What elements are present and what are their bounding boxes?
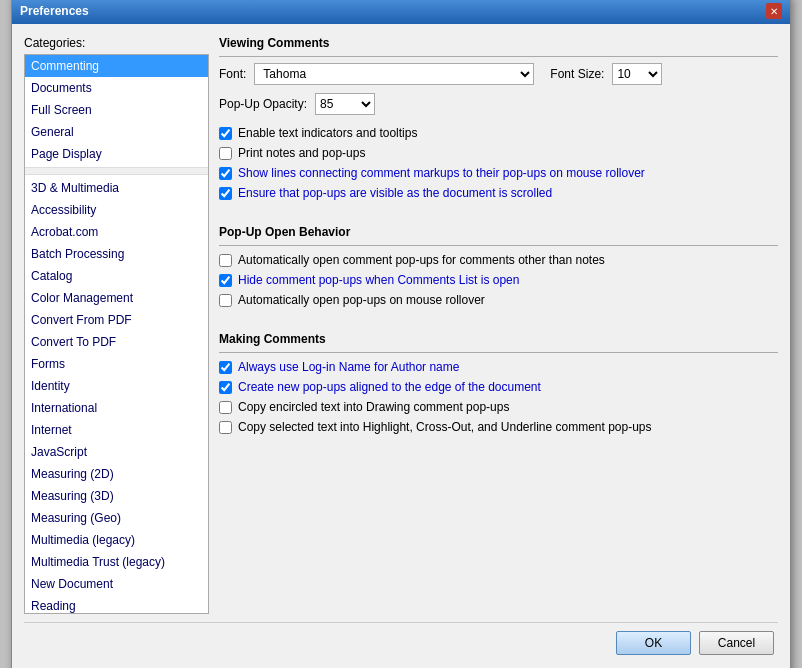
checkbox-autoopen-label: Automatically open comment pop-ups for c… xyxy=(238,253,605,267)
checkbox-tooltips-label: Enable text indicators and tooltips xyxy=(238,126,417,140)
window-body: Categories: Commenting Documents Full Sc… xyxy=(12,24,790,668)
checkbox-row-ensurepopups: Ensure that pop-ups are visible as the d… xyxy=(219,185,778,201)
sidebar-item-color[interactable]: Color Management xyxy=(25,287,208,309)
font-row: Font: Tahoma Arial Times New Roman Font … xyxy=(219,63,778,85)
ok-button[interactable]: OK xyxy=(616,631,691,655)
checkbox-copyselected-label: Copy selected text into Highlight, Cross… xyxy=(238,420,652,434)
checkbox-row-copyencircled: Copy encircled text into Drawing comment… xyxy=(219,399,778,415)
content-area: Categories: Commenting Documents Full Sc… xyxy=(24,36,778,614)
making-comments-section: Making Comments Always use Log-in Name f… xyxy=(219,332,778,439)
sidebar-item-internet[interactable]: Internet xyxy=(25,419,208,441)
checkbox-autorollover[interactable] xyxy=(219,294,232,307)
opacity-row: Pop-Up Opacity: 85 100 75 xyxy=(219,93,778,115)
sidebar-item-general[interactable]: General xyxy=(25,121,208,143)
popup-opacity-select[interactable]: 85 100 75 xyxy=(315,93,375,115)
sidebar-label: Categories: xyxy=(24,36,209,50)
making-comments-title: Making Comments xyxy=(219,332,778,346)
sidebar-item-3d[interactable]: 3D & Multimedia xyxy=(25,177,208,199)
checkbox-copyselected[interactable] xyxy=(219,421,232,434)
checkbox-printnotes-label: Print notes and pop-ups xyxy=(238,146,365,160)
bottom-bar: OK Cancel xyxy=(24,622,778,659)
cancel-button[interactable]: Cancel xyxy=(699,631,774,655)
sidebar-item-accessibility[interactable]: Accessibility xyxy=(25,199,208,221)
viewing-comments-divider xyxy=(219,56,778,57)
checkbox-row-hidecomments: Hide comment pop-ups when Comments List … xyxy=(219,272,778,288)
checkbox-ensurepopups-label: Ensure that pop-ups are visible as the d… xyxy=(238,186,552,200)
font-select[interactable]: Tahoma Arial Times New Roman xyxy=(254,63,534,85)
viewing-comments-section: Viewing Comments Font: Tahoma Arial Time… xyxy=(219,36,778,205)
sidebar-item-catalog[interactable]: Catalog xyxy=(25,265,208,287)
checkbox-copyencircled[interactable] xyxy=(219,401,232,414)
checkbox-hidecomments-label: Hide comment pop-ups when Comments List … xyxy=(238,273,519,287)
sidebar-item-measuringgeo[interactable]: Measuring (Geo) xyxy=(25,507,208,529)
checkbox-row-createaligned: Create new pop-ups aligned to the edge o… xyxy=(219,379,778,395)
sidebar-item-international[interactable]: International xyxy=(25,397,208,419)
title-bar: Preferences ✕ xyxy=(12,0,790,24)
checkbox-autorollover-label: Automatically open pop-ups on mouse roll… xyxy=(238,293,485,307)
font-label: Font: xyxy=(219,67,246,81)
checkbox-row-autorollover: Automatically open pop-ups on mouse roll… xyxy=(219,292,778,308)
checkbox-loginname-label: Always use Log-in Name for Author name xyxy=(238,360,459,374)
making-comments-divider xyxy=(219,352,778,353)
checkbox-row-tooltips: Enable text indicators and tooltips xyxy=(219,125,778,141)
sidebar-item-multimedialegacy[interactable]: Multimedia (legacy) xyxy=(25,529,208,551)
sidebar-item-commenting[interactable]: Commenting xyxy=(25,55,208,77)
popup-behavior-title: Pop-Up Open Behavior xyxy=(219,225,778,239)
popup-behavior-section: Pop-Up Open Behavior Automatically open … xyxy=(219,225,778,312)
title-bar-controls: ✕ xyxy=(766,3,782,19)
checkbox-printnotes[interactable] xyxy=(219,147,232,160)
sidebar-item-javascript[interactable]: JavaScript xyxy=(25,441,208,463)
font-size-select[interactable]: 10 12 14 xyxy=(612,63,662,85)
checkbox-row-autoopen: Automatically open comment pop-ups for c… xyxy=(219,252,778,268)
checkbox-tooltips[interactable] xyxy=(219,127,232,140)
checkbox-showlines[interactable] xyxy=(219,167,232,180)
font-size-label: Font Size: xyxy=(550,67,604,81)
checkbox-ensurepopups[interactable] xyxy=(219,187,232,200)
sidebar-item-fullscreen[interactable]: Full Screen xyxy=(25,99,208,121)
sidebar-item-reading[interactable]: Reading xyxy=(25,595,208,614)
checkbox-row-copyselected: Copy selected text into Highlight, Cross… xyxy=(219,419,778,435)
sidebar-item-batch[interactable]: Batch Processing xyxy=(25,243,208,265)
main-panel: Viewing Comments Font: Tahoma Arial Time… xyxy=(219,36,778,614)
sidebar-divider xyxy=(25,167,208,175)
checkbox-copyencircled-label: Copy encircled text into Drawing comment… xyxy=(238,400,509,414)
sidebar-item-forms[interactable]: Forms xyxy=(25,353,208,375)
sidebar-item-identity[interactable]: Identity xyxy=(25,375,208,397)
checkbox-createaligned[interactable] xyxy=(219,381,232,394)
preferences-window: Preferences ✕ Categories: Commenting Doc… xyxy=(11,0,791,668)
checkbox-loginname[interactable] xyxy=(219,361,232,374)
close-button[interactable]: ✕ xyxy=(766,3,782,19)
sidebar-item-newdocument[interactable]: New Document xyxy=(25,573,208,595)
checkbox-row-showlines: Show lines connecting comment markups to… xyxy=(219,165,778,181)
popup-opacity-label: Pop-Up Opacity: xyxy=(219,97,307,111)
checkbox-row-printnotes: Print notes and pop-ups xyxy=(219,145,778,161)
window-title: Preferences xyxy=(20,4,89,18)
checkbox-autoopen[interactable] xyxy=(219,254,232,267)
viewing-comments-title: Viewing Comments xyxy=(219,36,778,50)
sidebar-item-acrobat[interactable]: Acrobat.com xyxy=(25,221,208,243)
sidebar-item-convertto[interactable]: Convert To PDF xyxy=(25,331,208,353)
popup-behavior-divider xyxy=(219,245,778,246)
sidebar-item-documents[interactable]: Documents xyxy=(25,77,208,99)
checkbox-hidecomments[interactable] xyxy=(219,274,232,287)
checkbox-createaligned-label: Create new pop-ups aligned to the edge o… xyxy=(238,380,541,394)
checkbox-showlines-label: Show lines connecting comment markups to… xyxy=(238,166,645,180)
sidebar-item-multimediatrust[interactable]: Multimedia Trust (legacy) xyxy=(25,551,208,573)
sidebar-item-convertfrom[interactable]: Convert From PDF xyxy=(25,309,208,331)
checkbox-row-loginname: Always use Log-in Name for Author name xyxy=(219,359,778,375)
sidebar: Categories: Commenting Documents Full Sc… xyxy=(24,36,209,614)
sidebar-item-measuring2d[interactable]: Measuring (2D) xyxy=(25,463,208,485)
sidebar-list[interactable]: Commenting Documents Full Screen General… xyxy=(24,54,209,614)
sidebar-item-measuring3d[interactable]: Measuring (3D) xyxy=(25,485,208,507)
sidebar-item-pagedisplay[interactable]: Page Display xyxy=(25,143,208,165)
